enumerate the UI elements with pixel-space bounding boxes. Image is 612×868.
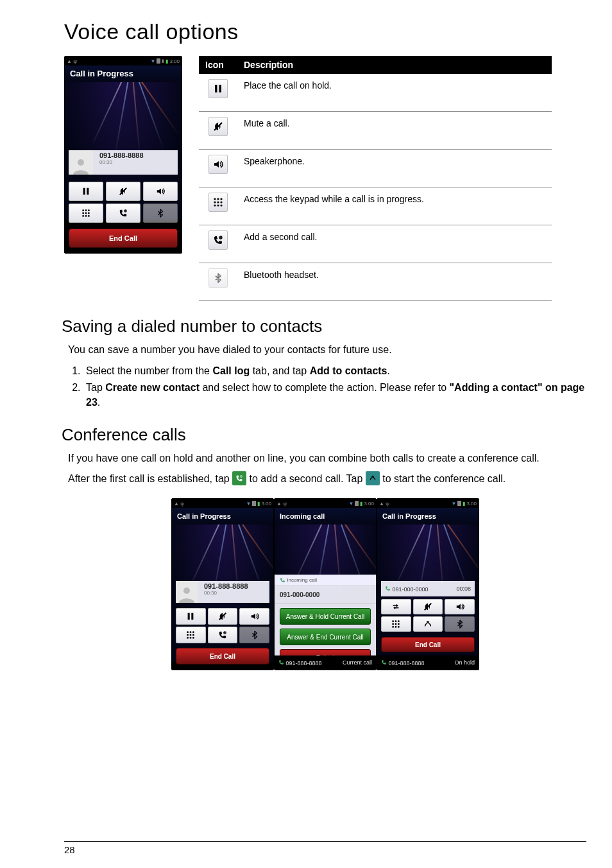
shot-b-title: Incoming call xyxy=(275,508,376,525)
caller-number: 091-888-8888 xyxy=(99,152,144,159)
hold-button[interactable] xyxy=(69,182,103,201)
add-call-button[interactable] xyxy=(208,627,238,643)
desc-speaker: Speakerphone. xyxy=(237,150,552,187)
bluetooth-button[interactable] xyxy=(143,204,178,223)
add-call-icon xyxy=(208,230,228,250)
desc-mute: Mute a call. xyxy=(237,112,552,150)
bluetooth-icon xyxy=(208,268,228,288)
screenshot-b: ▲ ψ▼▮3:00 Incoming call Incoming call 09… xyxy=(274,498,377,670)
speaker-icon xyxy=(208,155,228,174)
page-title: Voice call options xyxy=(64,19,586,44)
desc-addcall: Add a second call. xyxy=(237,225,552,263)
page-footer: 28 xyxy=(64,841,586,855)
current-call-footer: 091-888-8888 Current call xyxy=(275,655,376,670)
shot-a-title: Call in Progress xyxy=(172,508,273,525)
speaker-button[interactable] xyxy=(239,608,269,625)
section-saving-intro: You can save a number you have dialed to… xyxy=(68,343,586,357)
swap-button[interactable] xyxy=(381,599,411,614)
add-call-inline-icon xyxy=(232,471,246,485)
speaker-button[interactable] xyxy=(445,599,475,614)
mute-button[interactable] xyxy=(413,599,443,614)
keypad-button[interactable] xyxy=(176,627,206,643)
onhold-footer: 091-888-8888 On hold xyxy=(377,655,479,670)
desc-bluetooth: Bluetooth headset. xyxy=(237,263,552,301)
keypad-button[interactable] xyxy=(69,204,103,223)
desc-keypad: Access the keypad while a call is in pro… xyxy=(237,187,552,225)
hold-button[interactable] xyxy=(176,608,206,625)
caller-info-strip: 091-888-8888 00:30 xyxy=(69,150,178,175)
screen-title: Call in Progress xyxy=(65,65,182,82)
desc-hold: Place the call on hold. xyxy=(237,74,552,112)
screenshot-a: ▲ ψ▼▮3:00 Call in Progress 091-888-88880… xyxy=(171,498,274,670)
bluetooth-button[interactable] xyxy=(445,616,475,632)
answer-hold-button[interactable]: Answer & Hold Current Call xyxy=(280,608,371,625)
keypad-button[interactable] xyxy=(381,616,411,632)
speaker-button[interactable] xyxy=(143,182,178,201)
end-call-button[interactable]: End Call xyxy=(69,229,178,248)
bluetooth-button[interactable] xyxy=(239,627,269,643)
mute-icon xyxy=(208,117,228,136)
active-call-row: 091-000-0000 00:08 xyxy=(381,581,475,596)
steps-list: Select the number from the Call log tab,… xyxy=(83,363,586,410)
conference-p2: After the first call is established, tap… xyxy=(68,472,586,487)
keypad-icon xyxy=(208,193,228,212)
end-call-button[interactable]: End Call xyxy=(381,637,475,652)
mute-button[interactable] xyxy=(106,182,140,201)
merge-inline-icon xyxy=(366,471,380,485)
pause-icon xyxy=(208,79,228,98)
call-duration: 00:30 xyxy=(99,159,144,165)
screenshot-call-in-progress: ▲ ψ ▼▮▮3:00 Call in Progress 091-888-888… xyxy=(64,56,182,254)
status-left-icons: ▲ ψ xyxy=(67,58,77,64)
conference-p1: If you have one call on hold and another… xyxy=(68,451,586,465)
th-icon: Icon xyxy=(199,56,237,74)
section-conference-title: Conference calls xyxy=(62,425,586,445)
section-saving-title: Saving a dialed number to contacts xyxy=(62,317,586,336)
add-call-button[interactable] xyxy=(106,204,140,223)
mute-button[interactable] xyxy=(208,608,238,625)
answer-end-button[interactable]: Answer & End Current Call xyxy=(280,629,371,645)
screenshot-c: ▲ ψ▼▮3:00 Call in Progress 091-000-0000 … xyxy=(377,498,479,670)
icon-description-table: Icon Description Place the call on hold.… xyxy=(199,56,552,301)
th-desc: Description xyxy=(237,56,552,74)
shot-c-title: Call in Progress xyxy=(377,508,479,525)
end-call-button[interactable]: End Call xyxy=(176,648,269,664)
status-bar: ▲ ψ ▼▮▮3:00 xyxy=(65,56,182,65)
page-number: 28 xyxy=(64,844,75,855)
step-2: Tap Create new contact and select how to… xyxy=(83,380,586,410)
avatar xyxy=(69,150,93,175)
merge-button[interactable] xyxy=(413,616,443,632)
step-1: Select the number from the Call log tab,… xyxy=(83,363,586,378)
